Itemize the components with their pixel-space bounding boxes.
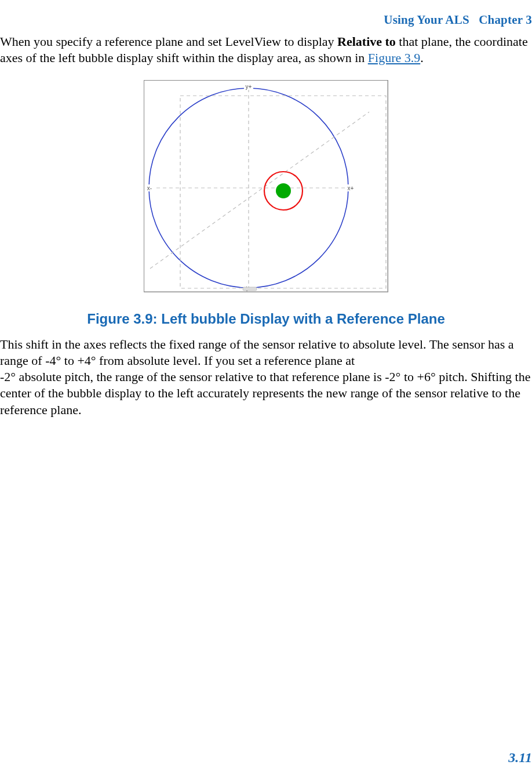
page: Using Your ALS Chapter 3 When you specif… [0, 0, 532, 783]
paragraph-1: When you specify a reference plane and s… [0, 34, 532, 66]
page-number: 3.11 [508, 750, 532, 766]
x-plus-label: x+ [348, 185, 354, 191]
p2: This shift in the axes reflects the fixe… [0, 337, 514, 368]
figure-caption: Figure 3.9: Left bubble Display with a R… [0, 311, 532, 327]
bubble-diagram: y+ y- x- x+ [144, 81, 388, 292]
figure-wrap: y+ y- x- x+ [0, 80, 532, 295]
x-minus-label: x- [147, 185, 152, 191]
paragraph-2-3: This shift in the axes reflects the fixe… [0, 336, 532, 418]
chapter-title: Using Your ALS [384, 13, 469, 27]
figure-box: y+ y- x- x+ [144, 80, 388, 292]
bubble-dot-icon [276, 183, 291, 198]
chapter-label: Chapter 3 [479, 13, 532, 27]
p1-part1: When you specify a reference plane and s… [0, 34, 337, 49]
y-plus-label: y+ [246, 84, 252, 90]
p3: -2° absolute pitch, the range of the sen… [0, 369, 530, 416]
running-header: Using Your ALS Chapter 3 [0, 13, 532, 27]
diag-line-icon [150, 112, 369, 269]
p1-part3: . [420, 50, 424, 65]
p1-bold: Relative to [337, 34, 396, 49]
figure-link[interactable]: Figure 3.9 [368, 50, 420, 65]
scroll-thumb-icon [243, 287, 257, 291]
